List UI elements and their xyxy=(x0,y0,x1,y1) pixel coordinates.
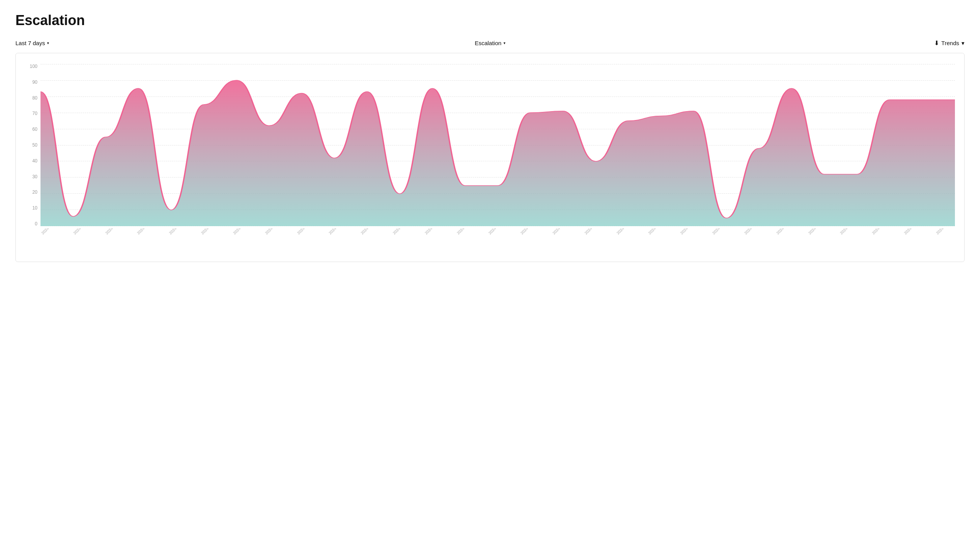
x-axis-label: 2024-01-28 xyxy=(456,228,473,235)
x-axis-label: 2024-02-04 xyxy=(679,228,696,235)
x-axis-label: 2024-01-19 xyxy=(168,228,185,235)
x-axis-label: 2024-02-10 xyxy=(871,228,888,235)
metric-dropdown[interactable]: Escalation ▾ xyxy=(475,40,505,46)
y-axis-label: 50 xyxy=(25,143,41,147)
x-axis-label: 2024-01-17 xyxy=(105,228,122,235)
x-axis-label: 2024-01-20 xyxy=(200,228,217,235)
trends-label: Trends xyxy=(941,40,959,46)
area-chart xyxy=(41,64,955,226)
x-axis-label: 2024-01-26 xyxy=(392,228,409,235)
y-axis: 0102030405060708090100 xyxy=(25,64,41,226)
x-axis-label: 2024-01-21 xyxy=(232,228,249,235)
x-axis-label: 2024-02-09 xyxy=(839,228,856,235)
chart-plot xyxy=(41,64,955,226)
chart-container: 0102030405060708090100 2024-01-152024-01… xyxy=(15,53,965,262)
x-axis-row: 2024-01-152024-01-162024-01-172024-01-18… xyxy=(41,228,955,255)
x-axis-label: 2024-02-07 xyxy=(776,228,792,235)
date-range-dropdown[interactable]: Last 7 days ▾ xyxy=(15,40,49,46)
x-axis-label: 2024-01-15 xyxy=(41,228,57,235)
x-axis-label: 2024-02-02 xyxy=(616,228,633,235)
metric-label: Escalation xyxy=(475,40,501,46)
toolbar-left: Last 7 days ▾ xyxy=(15,40,332,47)
trends-dropdown[interactable]: ⬇ Trends ▾ xyxy=(934,39,965,47)
y-axis-label: 100 xyxy=(25,64,41,69)
y-axis-label: 20 xyxy=(25,190,41,194)
x-axis-label: 2024-02-11 xyxy=(903,228,920,235)
x-axis-label: 2024-01-25 xyxy=(360,228,377,235)
page-title: Escalation xyxy=(15,12,965,29)
y-axis-label: 60 xyxy=(25,127,41,132)
download-icon: ⬇ xyxy=(934,39,939,47)
x-axis-label: 2024-02-05 xyxy=(711,228,728,235)
y-axis-label: 30 xyxy=(25,174,41,179)
x-axis-label: 2024-01-24 xyxy=(328,228,345,235)
x-labels-container: 2024-01-152024-01-162024-01-172024-01-18… xyxy=(41,228,955,255)
x-axis-label: 2024-01-18 xyxy=(136,228,153,235)
x-axis-label: 2024-01-16 xyxy=(73,228,90,235)
x-axis-label: 2024-02-01 xyxy=(584,228,601,235)
x-axis-label: 2024-01-23 xyxy=(296,228,313,235)
x-axis-label: 2024-02-06 xyxy=(743,228,760,235)
x-axis-label: 2024-01-22 xyxy=(264,228,281,235)
trends-caret: ▾ xyxy=(961,40,965,47)
date-range-label: Last 7 days xyxy=(15,40,45,46)
x-axis-label: 2024-01-31 xyxy=(552,228,569,235)
toolbar: Last 7 days ▾ Escalation ▾ ⬇ Trends ▾ xyxy=(15,39,965,47)
metric-caret: ▾ xyxy=(504,41,505,45)
x-axis-label: 2024-01-29 xyxy=(488,228,505,235)
x-axis-label: 2024-01-27 xyxy=(424,228,441,235)
chart-area: 0102030405060708090100 xyxy=(25,64,955,226)
x-axis-label: 2024-02-03 xyxy=(647,228,664,235)
x-axis-label: 2024-02-12 xyxy=(935,228,952,235)
y-axis-label: 0 xyxy=(25,221,41,226)
toolbar-right: ⬇ Trends ▾ xyxy=(648,39,965,47)
y-axis-label: 80 xyxy=(25,96,41,100)
date-range-caret: ▾ xyxy=(47,41,49,45)
y-axis-label: 70 xyxy=(25,111,41,116)
y-axis-label: 10 xyxy=(25,206,41,210)
toolbar-center: Escalation ▾ xyxy=(332,40,648,47)
x-axis-label: 2024-02-08 xyxy=(808,228,825,235)
y-axis-label: 90 xyxy=(25,80,41,85)
y-axis-label: 40 xyxy=(25,159,41,163)
x-axis-label: 2024-01-30 xyxy=(520,228,537,235)
